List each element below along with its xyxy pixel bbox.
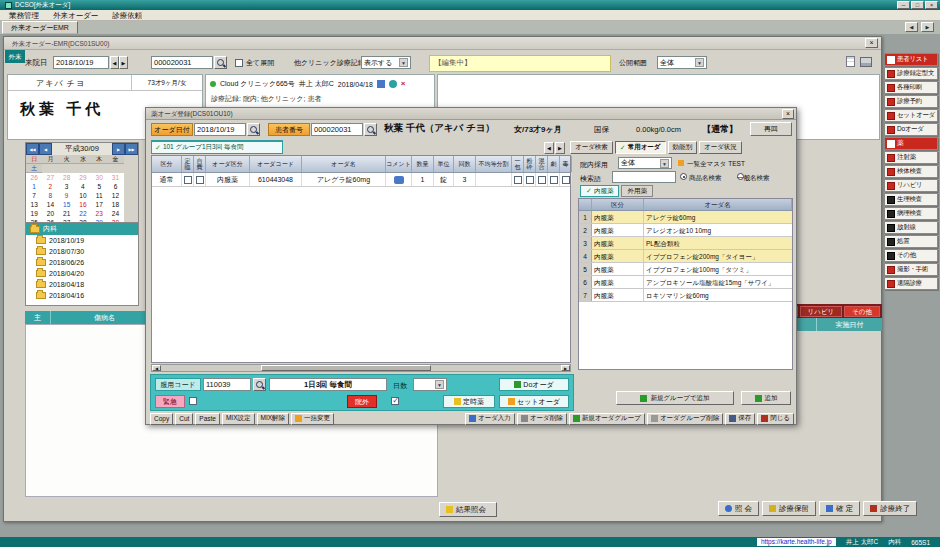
checkbox[interactable] xyxy=(562,176,570,184)
close-button[interactable]: × xyxy=(925,1,938,9)
scroll-left-icon[interactable]: ◀ xyxy=(152,365,161,371)
edit-bulk-change-button[interactable]: 一括変更 xyxy=(291,413,334,425)
sidebar-item[interactable]: Doオーダ xyxy=(884,123,938,136)
minimize-button[interactable]: ─ xyxy=(897,1,910,9)
checkbox[interactable] xyxy=(538,176,546,184)
modal-action-button[interactable]: オーダグループ削除 xyxy=(647,413,723,425)
search-tab[interactable]: オーダ状況 xyxy=(699,141,742,154)
footer-hold-button[interactable]: 診療保留 xyxy=(762,501,816,516)
radio-product-name[interactable] xyxy=(680,173,687,180)
printer-icon[interactable] xyxy=(860,57,872,67)
calendar-date[interactable]: 14 xyxy=(42,200,58,209)
checkbox[interactable] xyxy=(514,176,522,184)
modal-action-button[interactable]: 新規オーダグループ xyxy=(569,413,645,425)
sidebar-item[interactable]: 遠隔診療 xyxy=(884,277,938,290)
calendar-date[interactable]: 8 xyxy=(42,191,58,200)
add-new-group-button[interactable]: 新規グループで追加 xyxy=(616,391,734,405)
drug-row[interactable]: 6内服薬アンブロキソール塩酸塩錠15mg「サワイ」 xyxy=(579,276,792,289)
search-tab[interactable]: 効能別 xyxy=(668,141,698,154)
checkbox[interactable] xyxy=(550,176,558,184)
drug-row[interactable]: 7内服薬ロキソマリン錠60mg xyxy=(579,289,792,302)
edit-paste-button[interactable]: Paste xyxy=(195,413,220,425)
sidebar-item[interactable]: その他 xyxy=(884,249,938,262)
sidebar-item[interactable]: リハビリ xyxy=(884,179,938,192)
order-table-row[interactable]: 通常内服薬610443048アレグラ錠60mg1錠3 xyxy=(152,173,570,187)
edit-mix-set-button[interactable]: MIX設定 xyxy=(222,413,255,425)
sidebar-item[interactable]: セットオーダ xyxy=(884,109,938,122)
drug-row[interactable]: 4内服薬イブプロフェン錠200mg「タイヨー」 xyxy=(579,250,792,263)
expand-all-checkbox[interactable] xyxy=(235,59,243,67)
tree-item[interactable]: 2018/10/19 xyxy=(26,235,138,246)
visit-date-input[interactable]: 2018/10/19 xyxy=(53,56,109,69)
tab-scroll-right-button[interactable]: ▶ xyxy=(555,142,565,154)
drug-row[interactable]: 5内服薬イブプロフェン錠100mg「タツミ」 xyxy=(579,263,792,276)
add-button[interactable]: 追加 xyxy=(741,391,791,405)
calendar-prev-year-button[interactable]: ◀◀ xyxy=(26,143,39,155)
calendar-date[interactable]: 21 xyxy=(59,209,75,218)
calendar-date[interactable]: 3 xyxy=(59,182,75,191)
calendar-date[interactable]: 11 xyxy=(91,191,107,200)
set-order-button[interactable]: セットオーダ xyxy=(499,395,569,408)
patient-search-button[interactable] xyxy=(214,56,227,69)
edit-icon[interactable] xyxy=(377,80,385,88)
back-arrow-button[interactable]: ◀ xyxy=(905,22,918,32)
search-tab[interactable]: ✓常用オーダ xyxy=(615,141,666,154)
calendar-date[interactable]: 27 xyxy=(42,173,58,182)
calendar-prev-month-button[interactable]: ◀ xyxy=(39,143,52,155)
calendar-date[interactable]: 16 xyxy=(75,200,91,209)
calendar-date[interactable]: 20 xyxy=(42,209,58,218)
visit-date-next-button[interactable]: ▶ xyxy=(119,56,128,69)
keyword-input[interactable] xyxy=(612,171,676,183)
order-date-input[interactable]: 2018/10/19 xyxy=(194,123,246,136)
sidebar-item[interactable]: 処置 xyxy=(884,235,938,248)
calendar-date[interactable]: 31 xyxy=(107,173,123,182)
order-date-search-button[interactable] xyxy=(247,123,260,136)
menu-item[interactable]: 診療依頼 xyxy=(105,10,149,21)
menu-item[interactable]: 外来オーダー xyxy=(46,10,105,21)
order-date-button[interactable]: オーダ日付 xyxy=(151,123,193,136)
tree-item[interactable]: 2018/04/20 xyxy=(26,268,138,279)
calendar-date[interactable]: 5 xyxy=(91,182,107,191)
maximize-button[interactable]: □ xyxy=(911,1,924,9)
redo-button[interactable]: 再回 xyxy=(750,122,792,136)
dose-code-input[interactable]: 110039 xyxy=(203,378,251,391)
calendar-date[interactable]: 2 xyxy=(42,182,58,191)
calendar-date[interactable]: 9 xyxy=(59,191,75,200)
sidebar-item[interactable]: 注射薬 xyxy=(884,151,938,164)
edit-copy-button[interactable]: Copy xyxy=(150,413,173,425)
modal-action-button[interactable]: オーダ入力 xyxy=(465,413,515,425)
drug-tab[interactable]: 外用薬 xyxy=(621,185,653,197)
calendar-date[interactable]: 28 xyxy=(59,173,75,182)
calendar-date[interactable]: 10 xyxy=(75,191,91,200)
drug-row[interactable]: 1内服薬アレグラ錠60mg xyxy=(579,211,792,224)
view-icon[interactable] xyxy=(389,80,397,88)
patient-id-input[interactable]: 000020031 xyxy=(151,56,213,69)
urgent-checkbox[interactable] xyxy=(189,397,197,405)
checkbox[interactable] xyxy=(196,176,204,184)
sidebar-item[interactable]: 患者リスト xyxy=(884,53,938,66)
checkbox[interactable] xyxy=(526,176,534,184)
sidebar-item[interactable]: 生理検査 xyxy=(884,193,938,206)
checkbox[interactable] xyxy=(184,176,192,184)
edit-mix-clear-button[interactable]: MIX解除 xyxy=(257,413,290,425)
calendar-date[interactable]: 19 xyxy=(26,209,42,218)
sidebar-item[interactable]: 放射線 xyxy=(884,221,938,234)
other-clinic-select[interactable]: 表示する▼ xyxy=(361,56,411,69)
calendar-date[interactable]: 4 xyxy=(75,182,91,191)
calendar-date[interactable]: 23 xyxy=(91,209,107,218)
modal-close-icon[interactable]: × xyxy=(782,109,794,119)
external-checkbox[interactable] xyxy=(391,397,399,405)
calendar-date[interactable]: 22 xyxy=(75,209,91,218)
footer-end-button[interactable]: 診療終了 xyxy=(863,501,917,516)
modal-action-button[interactable]: オーダ削除 xyxy=(517,413,567,425)
do-order-button[interactable]: Doオーダ xyxy=(499,378,569,391)
calendar-date[interactable]: 13 xyxy=(26,200,42,209)
tab-scroll-left-button[interactable]: ◀ xyxy=(544,142,554,154)
search-tab[interactable]: オーダ検索 xyxy=(570,141,613,154)
dose-code-search-button[interactable] xyxy=(253,378,266,391)
sidebar-item[interactable]: 薬 xyxy=(884,137,938,150)
calendar-date[interactable]: 26 xyxy=(26,173,42,182)
outpatient-corner-tab[interactable]: 外来 xyxy=(5,50,25,63)
days-select[interactable]: ▼ xyxy=(413,378,447,391)
scroll-right-icon[interactable]: ▶ xyxy=(561,365,570,371)
